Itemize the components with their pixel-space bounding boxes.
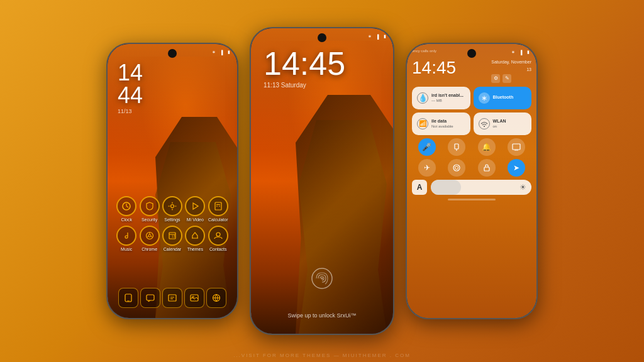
app-calculator-label: Calculator xyxy=(208,217,228,222)
app-security[interactable]: Security xyxy=(138,196,161,222)
phone1-hour: 14 xyxy=(118,62,143,84)
mi-video-icon-circle xyxy=(185,196,205,216)
app-music-label: Music xyxy=(121,247,132,251)
dock xyxy=(108,288,237,308)
phone-3-control-center: ∗ ▐ ▮ ency calls only 14:45 Saturday, No… xyxy=(406,43,538,319)
app-calendar-label: Calendar xyxy=(164,247,181,251)
svg-text:13: 13 xyxy=(172,234,175,238)
fingerprint-icon[interactable] xyxy=(311,267,333,290)
cc-quick-tiles: 💧 ird isn't enabl... — MB ∗ Bluetooth 📶 xyxy=(412,87,531,135)
dock-browser[interactable] xyxy=(206,288,226,308)
app-calculator[interactable]: Calculator xyxy=(207,196,230,222)
svg-rect-38 xyxy=(484,167,489,171)
svg-marker-4 xyxy=(193,203,198,209)
cc-toggle-flashlight[interactable] xyxy=(448,138,465,156)
svg-line-13 xyxy=(151,236,153,238)
svg-point-31 xyxy=(484,126,485,127)
app-calendar[interactable]: 13 Calendar xyxy=(161,226,184,251)
bluetooth-icon: ∗ xyxy=(211,49,217,55)
cc-wlan-title: WLAN xyxy=(493,119,527,124)
dock-messages[interactable] xyxy=(140,288,160,308)
cc-date-line1: Saturday, November xyxy=(491,59,531,65)
watermark-text: ...visit for more themes — miuithemer . … xyxy=(0,353,644,358)
app-chrome[interactable]: Chrome xyxy=(138,226,161,251)
cc-toggle-location[interactable]: ➤ xyxy=(508,159,525,177)
app-settings-label: Settings xyxy=(164,217,180,222)
signal-icon: ▐ xyxy=(518,49,524,55)
dock-gallery[interactable] xyxy=(184,288,204,308)
cc-brightness-row: A ☀ xyxy=(412,180,531,195)
svg-rect-32 xyxy=(455,144,458,149)
themes-icon-circle xyxy=(185,226,205,246)
cc-tile-data[interactable]: 💧 ird isn't enabl... — MB xyxy=(412,87,470,109)
battery-icon: ▮ xyxy=(525,49,531,55)
cc-toggle-lock[interactable] xyxy=(478,159,496,177)
svg-point-36 xyxy=(453,165,460,171)
wifi-icon xyxy=(479,118,490,129)
cc-tile-data-text: ird isn't enabl... — MB xyxy=(431,93,465,102)
app-mi-video-label: Mi Video xyxy=(187,217,204,222)
phone2-time-display: 14:45 11:13 Saturday xyxy=(264,47,345,89)
cc-data-sub: — MB xyxy=(431,99,465,102)
app-settings[interactable]: Settings xyxy=(161,196,184,222)
contacts-icon-circle xyxy=(208,226,228,246)
app-clock[interactable]: Clock xyxy=(115,196,138,222)
svg-point-30 xyxy=(321,278,323,280)
cc-toggle-mic[interactable]: 🎤 xyxy=(418,138,436,156)
dock-files[interactable] xyxy=(162,288,182,308)
cc-sun-icon: ☀ xyxy=(519,183,526,192)
phone-2-lock: ∗ ▐ ▮ 14:45 11:13 Saturday Swipe up to u… xyxy=(250,27,394,335)
cc-edit-icon[interactable]: ✎ xyxy=(502,74,511,83)
cc-toggle-airplane[interactable]: ✈ xyxy=(418,159,436,177)
cc-tile-mobile-data[interactable]: 📶 ile data Not available xyxy=(412,112,470,135)
cc-tile-wlan[interactable]: WLAN on xyxy=(474,112,532,135)
svg-point-10 xyxy=(148,234,151,237)
cc-settings-icon[interactable]: ⚙ xyxy=(491,74,500,83)
home-indicator xyxy=(448,199,496,200)
cc-tile-wlan-text: WLAN on xyxy=(493,119,527,128)
app-clock-label: Clock xyxy=(121,217,132,222)
phone2-char-figure2 xyxy=(299,120,387,334)
phone2-notch xyxy=(318,33,326,42)
svg-point-37 xyxy=(455,166,458,169)
clock-icon-circle xyxy=(116,196,136,216)
app-themes[interactable]: Themes xyxy=(184,226,206,251)
svg-rect-5 xyxy=(215,202,221,210)
dock-phone[interactable] xyxy=(118,288,138,308)
app-mi-video[interactable]: Mi Video xyxy=(184,196,206,222)
phone2-big-time: 14:45 xyxy=(264,47,345,80)
app-chrome-label: Chrome xyxy=(142,247,157,251)
svg-point-18 xyxy=(216,233,220,236)
cc-tile-bluetooth[interactable]: ∗ Bluetooth xyxy=(474,87,532,109)
app-contacts[interactable]: Contacts xyxy=(207,226,230,251)
app-security-label: Security xyxy=(142,217,157,222)
cc-mobile-data-title: ile data xyxy=(431,119,465,124)
phone3-status-icons: ∗ ▐ ▮ xyxy=(510,49,531,55)
app-themes-label: Themes xyxy=(187,247,203,251)
phone2-status-icons: ∗ ▐ ▮ xyxy=(367,33,388,40)
cc-toggle-nfc[interactable] xyxy=(448,159,465,177)
app-music[interactable]: Music xyxy=(115,226,138,251)
cc-data-title: ird isn't enabl... xyxy=(431,93,465,98)
cc-auto-brightness-label[interactable]: A xyxy=(412,180,427,195)
svg-line-2 xyxy=(126,206,128,207)
phone1-minute: 44 xyxy=(118,84,143,107)
cc-brightness-bar[interactable]: ☀ xyxy=(431,180,531,195)
cc-toggle-bell[interactable]: 🔔 xyxy=(478,138,496,156)
cc-mobile-data-sub: Not available xyxy=(431,124,465,128)
phone1-notch xyxy=(168,49,177,58)
svg-rect-19 xyxy=(125,294,131,302)
cc-bluetooth-title: Bluetooth xyxy=(493,95,527,100)
cc-date-block: Saturday, November 13 ⚙ ✎ xyxy=(491,58,531,83)
chrome-icon-circle xyxy=(140,226,160,246)
cc-brightness-fill xyxy=(431,180,461,195)
cc-toggle-screen[interactable] xyxy=(508,138,525,156)
battery-icon: ▮ xyxy=(226,49,232,55)
phone3-notch xyxy=(467,49,476,58)
calc-icon-circle xyxy=(208,196,228,216)
cc-date-line2: 13 xyxy=(491,67,531,73)
water-drop-icon: 💧 xyxy=(417,92,428,104)
app-row-2: Music Chrome 13 Calendar xyxy=(115,226,230,251)
bluetooth-icon: ∗ xyxy=(367,33,373,40)
app-grid: Clock Security Settings xyxy=(108,196,237,255)
